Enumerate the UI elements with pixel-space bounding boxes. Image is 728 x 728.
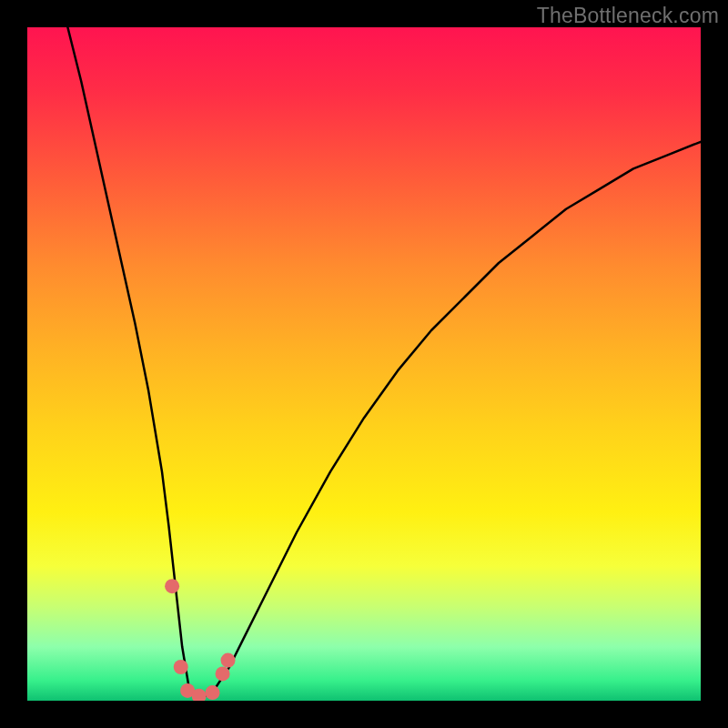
chart-frame: TheBottleneck.com: [0, 0, 728, 728]
marker-dot: [174, 660, 188, 674]
marker-dot: [165, 579, 179, 593]
curve-layer: [27, 27, 701, 701]
marker-dot: [221, 653, 236, 668]
plot-area: [27, 27, 701, 701]
bottleneck-curve: [67, 27, 701, 697]
marker-dot: [216, 666, 230, 681]
watermark-label: TheBottleneck.com: [537, 4, 719, 28]
marker-dot: [206, 685, 220, 700]
